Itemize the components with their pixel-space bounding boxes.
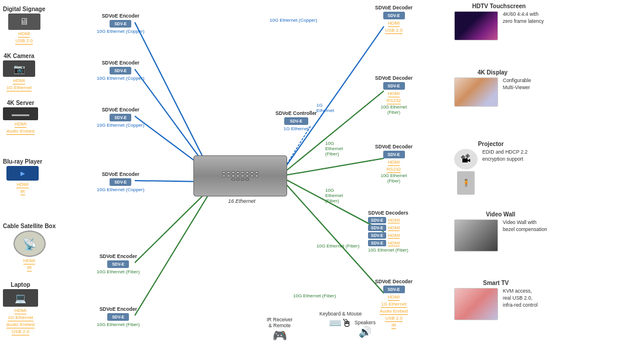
dec2-rs232: RS232 [387, 98, 401, 104]
dec1-node: SDVoE Decoder SDV-E HDMI USB 2.0 [375, 5, 413, 34]
enc5-title: SDVoE Encoder [100, 253, 137, 259]
keyboard-label: Keyboard & Mouse [319, 311, 362, 317]
dec2-conn-label: 10G Ethernet(Fiber) [381, 104, 407, 115]
ir-label: IR Receiver& Remote [267, 317, 292, 328]
server-label: 4K Server [7, 100, 35, 106]
ir-receiver-node: IR Receiver& Remote 🎮 [267, 317, 292, 342]
hdtv-label: HDTV Touchscreen [454, 3, 544, 9]
enc4-box: SDV-E [110, 178, 131, 186]
fiber-label1: 10GEthernet(Fiber) [325, 141, 343, 157]
laptop-audio: Audio Embed [6, 322, 35, 328]
4k-display-dest: 4K Display ConfigurableMulti-Viewer [454, 69, 531, 107]
enc6-conn: 10G Ethernet (Fiber) [97, 322, 139, 327]
diagram-container: { "title": "SDVoE Network Diagram", "sou… [0, 0, 644, 363]
dec4c-hdmi: HDMI [388, 233, 400, 239]
srv-audio: Audio Embed [6, 128, 35, 135]
laptop-eth: 1G Ethernet [8, 315, 33, 321]
projector-label: Projector [454, 141, 527, 147]
cable-ir: IR [27, 265, 32, 272]
dec5-eth: 1G Ethernet [381, 301, 406, 308]
smarttv-label: Smart TV [454, 280, 538, 286]
fiber-label3: 10G Ethernet (Fiber) [316, 243, 359, 249]
enc5-box: SDV-E [107, 260, 129, 268]
dec4-node: SDVoE Decoders SDV-E HDMI SDV-E HDMI SDV… [368, 210, 408, 253]
ctrl-conn: 1G Ethernet [284, 126, 309, 131]
enc2-box: SDV-E [110, 67, 131, 74]
dec3-title: SDVoE Decoder [375, 144, 413, 150]
dec2-box: SDV-E [383, 82, 405, 90]
4k-server-node: 4K Server ▬▬▬ HDMI Audio Embed [3, 100, 38, 135]
ctrl-title: SDVoE Controller [275, 110, 317, 116]
dec5-usb: USB 2.0 [385, 315, 403, 322]
enc3-title: SDVoE Encoder [102, 107, 139, 113]
hdtv-desc: 4K/60 4:4:4 withzero frame latency [503, 11, 544, 25]
laptop-hdmi: HDMI [15, 308, 26, 314]
dec5-audio: Audio Embed [380, 308, 408, 315]
videowall-desc: Video Wall withbezel compensation [503, 219, 547, 233]
dec3-box: SDV-E [383, 151, 405, 158]
enc3-box: SDV-E [110, 114, 131, 121]
dec3-hdmi: HDMI [388, 160, 400, 166]
bluray-label: Blu-ray Player [3, 158, 42, 165]
enc2-title: SDVoE Encoder [102, 60, 139, 66]
enc1-conn: 10G Ethernet (Copper) [97, 29, 144, 34]
ir-icon: 🎮 [267, 328, 292, 342]
encoder-4-node: SDVoE Encoder SDV-E 10G Ethernet (Copper… [97, 171, 144, 192]
enc4-title: SDVoE Encoder [102, 171, 139, 177]
enc2-conn: 10G Ethernet (Copper) [97, 76, 144, 81]
speakers-icon: 🔊 [355, 325, 376, 338]
hdtv-dest: HDTV Touchscreen 4K/60 4:4:4 withzero fr… [454, 3, 544, 40]
cable-label: Cable Satellite Box [3, 223, 56, 229]
digital-signage-node: Digital Signage 🖥 HDMI USB 2.0 [3, 6, 45, 45]
cam-eth: 1G Ethernet [6, 85, 32, 91]
dec4b-box: SDV-E [368, 225, 386, 231]
fiber-label2: 10GEthernet(Fiber) [325, 188, 343, 203]
dec5-node: SDVoE Decoder SDV-E HDMI 1G Ethernet Aud… [375, 279, 413, 329]
dec1-title: SDVoE Decoder [375, 5, 413, 11]
cable-hdmi: HDMI [23, 258, 35, 264]
svg-line-5 [135, 191, 211, 315]
laptop-usb: USB 2.0 [12, 329, 29, 335]
cable-sat-node: Cable Satellite Box 📡 HDMI IR [3, 223, 56, 272]
enc1-box: SDV-E [110, 20, 131, 28]
laptop-node: Laptop 💻 HDMI 1G Ethernet Audio Embed US… [3, 281, 38, 335]
dec3-conn-label: 10G Ethernet(Fiber) [381, 173, 407, 184]
4k-display-label: 4K Display [454, 69, 531, 76]
svg-line-9 [281, 158, 384, 176]
br-ir: IR [21, 189, 25, 195]
encoder-6-node: SDVoE Encoder SDV-E 10G Ethernet (Fiber) [97, 306, 139, 327]
dec1-usb: USB 2.0 [385, 28, 403, 34]
laptop-label: Laptop [11, 281, 30, 288]
dec5-ir: IR [391, 323, 396, 329]
encoder-5-node: SDVoE Encoder SDV-E 10G Ethernet (Fiber) [97, 253, 139, 274]
encoder-1-node: SDVoE Encoder SDV-E 10G Ethernet (Copper… [97, 13, 144, 34]
enc4-conn: 10G Ethernet (Copper) [97, 187, 144, 192]
encoder-2-node: SDVoE Encoder SDV-E 10G Ethernet (Copper… [97, 60, 144, 81]
dec4-conn: 10G Ethernet (Fiber) [368, 247, 408, 253]
copper-label1: 10G Ethernet (Copper) [270, 18, 317, 23]
switch-label: 16 Ethernet [193, 198, 290, 204]
bluray-node: Blu-ray Player ▶ HDMI IR [3, 158, 42, 195]
digital-signage-label: Digital Signage [3, 6, 45, 12]
dec4c-box: SDV-E [368, 232, 386, 239]
projector-desc: EDID and HDCP 2.2encryption support [482, 149, 527, 163]
enc3-conn: 10G Ethernet (Copper) [97, 123, 144, 128]
enc1-title: SDVoE Encoder [102, 13, 139, 19]
ctrl-box: SDV-E [284, 117, 308, 125]
dec4d-hdmi: HDMI [388, 240, 400, 246]
dec5-title: SDVoE Decoder [375, 279, 413, 284]
enc6-title: SDVoE Encoder [100, 306, 137, 312]
dec4a-hdmi: HDMI [388, 218, 400, 223]
4k-display-desc: ConfigurableMulti-Viewer [503, 77, 531, 91]
speakers-node: Speakers 🔊 [355, 320, 376, 338]
enc5-conn: 10G Ethernet (Fiber) [97, 269, 139, 274]
br-hdmi: HDMI [16, 182, 28, 188]
dec2-node: SDVoE Decoder SDV-E HDMI RS232 10G Ether… [375, 75, 413, 115]
enc6-box: SDV-E [107, 313, 129, 321]
videowall-label: Video Wall [454, 211, 547, 218]
switch-node: 16 Ethernet [193, 155, 290, 204]
ds-hdmi: HDMI [18, 31, 30, 38]
dec5-box: SDV-E [383, 286, 405, 293]
dec4d-box: SDV-E [368, 240, 386, 246]
fiber-label4: 10G Ethernet (Fiber) [293, 293, 336, 298]
